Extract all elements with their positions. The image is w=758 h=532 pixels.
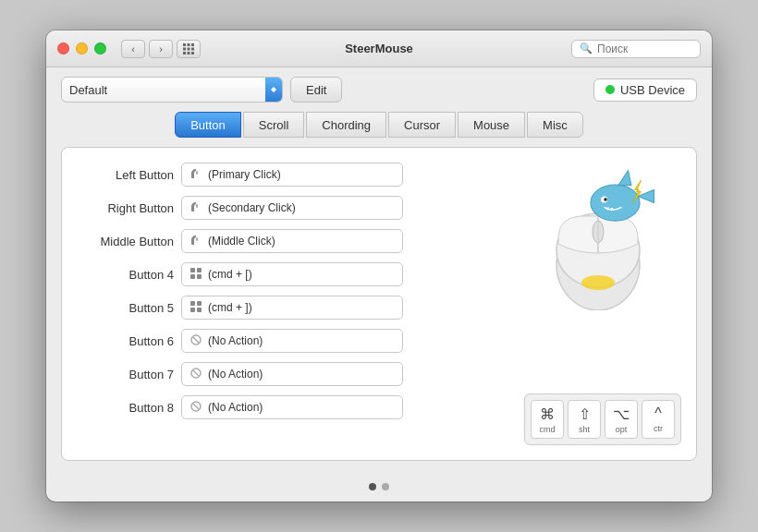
button-label-3: Button 4	[77, 268, 174, 282]
svg-rect-19	[197, 308, 202, 312]
button-field-5[interactable]: (No Action)	[181, 329, 403, 353]
svg-rect-13	[197, 268, 202, 272]
device-name: USB Device	[620, 83, 685, 97]
mod-key-symbol-cmd: ⌘	[540, 405, 555, 423]
svg-rect-17	[197, 301, 202, 306]
tab-button[interactable]: Button	[175, 112, 241, 138]
grid-icon	[182, 42, 195, 55]
button-label-6: Button 7	[77, 368, 174, 381]
svg-rect-16	[190, 301, 195, 306]
button-value-6: (No Action)	[208, 368, 263, 381]
button-icon-0	[190, 167, 202, 183]
mod-key-label-ctr: ctr	[654, 424, 663, 433]
profile-dropdown[interactable]: Default	[61, 77, 283, 103]
search-icon: 🔍	[580, 42, 593, 54]
svg-point-31	[591, 185, 640, 221]
tab-mouse[interactable]: Mouse	[458, 112, 525, 138]
svg-rect-7	[188, 52, 190, 54]
button-field-6[interactable]: (No Action)	[181, 362, 403, 386]
edit-button[interactable]: Edit	[290, 77, 342, 103]
pagination	[46, 476, 712, 502]
page-dot-1[interactable]	[382, 483, 389, 490]
content-area: Left Button(Primary Click)Right Button(S…	[61, 147, 697, 461]
mod-key-opt[interactable]: ⌥opt	[605, 400, 638, 439]
button-icon-1	[190, 200, 202, 216]
button-label-5: Button 6	[77, 334, 174, 348]
button-value-2: (Middle Click)	[208, 235, 275, 248]
button-field-0[interactable]: (Primary Click)	[181, 163, 403, 187]
svg-line-25	[193, 404, 199, 409]
modifier-keys: ⌘cmd⇧sht⌥opt^ctr	[524, 393, 681, 445]
svg-rect-11	[196, 237, 198, 241]
grid-button[interactable]	[177, 40, 201, 58]
button-field-1[interactable]: (Secondary Click)	[181, 196, 403, 220]
tab-cursor[interactable]: Cursor	[388, 112, 456, 138]
mod-key-symbol-opt: ⌥	[613, 405, 630, 423]
mod-key-cmd[interactable]: ⌘cmd	[531, 400, 564, 439]
svg-rect-10	[196, 204, 198, 208]
button-row: Left Button(Primary Click)	[77, 163, 500, 187]
button-row: Right Button(Secondary Click)	[77, 196, 500, 220]
mod-key-symbol-ctr: ^	[654, 405, 662, 422]
tab-chording[interactable]: Chording	[306, 112, 386, 138]
svg-rect-1	[188, 43, 190, 46]
status-indicator	[605, 85, 615, 94]
page-dot-0[interactable]	[369, 483, 376, 490]
svg-line-21	[193, 337, 199, 343]
mod-key-ctr[interactable]: ^ctr	[642, 400, 675, 439]
mod-key-sht[interactable]: ⇧sht	[568, 400, 601, 439]
svg-rect-2	[191, 43, 194, 46]
svg-rect-15	[197, 274, 202, 279]
search-box[interactable]: 🔍	[571, 40, 701, 58]
titlebar: ‹ › SteerMouse 🔍	[46, 30, 712, 67]
tab-scroll[interactable]: Scroll	[243, 112, 305, 138]
button-value-1: (Secondary Click)	[208, 201, 296, 214]
button-icon-2	[190, 234, 202, 249]
dropdown-arrow	[265, 78, 282, 102]
button-row: Button 8(No Action)	[77, 395, 500, 419]
buttons-list: Left Button(Primary Click)Right Button(S…	[77, 163, 500, 445]
button-row: Button 4(cmd + [)	[77, 262, 500, 286]
button-field-4[interactable]: (cmd + ])	[181, 296, 403, 320]
button-label-4: Button 5	[77, 301, 174, 315]
svg-point-33	[604, 198, 607, 201]
button-icon-6	[190, 367, 202, 382]
svg-rect-14	[190, 274, 195, 279]
button-label-7: Button 8	[77, 401, 174, 415]
tab-misc[interactable]: Misc	[527, 112, 583, 138]
button-icon-7	[190, 400, 202, 416]
button-field-3[interactable]: (cmd + [)	[181, 262, 403, 286]
svg-rect-9	[196, 171, 198, 175]
button-row: Button 5(cmd + ])	[77, 296, 500, 320]
svg-line-23	[193, 370, 199, 376]
toolbar: Default Edit USB Device	[46, 67, 712, 112]
close-button[interactable]	[57, 42, 69, 54]
button-value-4: (cmd + ])	[208, 301, 252, 314]
mod-key-label-cmd: cmd	[539, 425, 555, 434]
button-field-7[interactable]: (No Action)	[181, 395, 403, 419]
svg-rect-4	[188, 47, 190, 50]
svg-rect-18	[190, 308, 195, 312]
button-icon-5	[190, 333, 202, 349]
mod-key-label-sht: sht	[579, 425, 590, 434]
main-window: ‹ › SteerMouse 🔍 Default	[46, 30, 712, 502]
button-value-5: (No Action)	[208, 334, 263, 347]
mouse-illustration	[529, 163, 667, 310]
window-title: SteerMouse	[345, 42, 413, 55]
button-field-2[interactable]: (Middle Click)	[181, 229, 403, 253]
forward-button[interactable]: ›	[149, 40, 173, 58]
svg-rect-8	[191, 52, 194, 54]
button-row: Button 7(No Action)	[77, 362, 500, 386]
right-panel: ⌘cmd⇧sht⌥opt^ctr	[515, 163, 681, 445]
svg-point-30	[581, 275, 615, 290]
svg-rect-6	[183, 52, 186, 54]
maximize-button[interactable]	[94, 42, 106, 54]
nav-buttons: ‹ ›	[121, 40, 173, 58]
minimize-button[interactable]	[76, 42, 88, 54]
svg-rect-0	[183, 43, 186, 46]
traffic-lights	[57, 42, 106, 54]
mouse-svg	[529, 163, 667, 310]
button-icon-4	[190, 300, 202, 316]
search-input[interactable]	[597, 42, 692, 55]
back-button[interactable]: ‹	[121, 40, 145, 58]
